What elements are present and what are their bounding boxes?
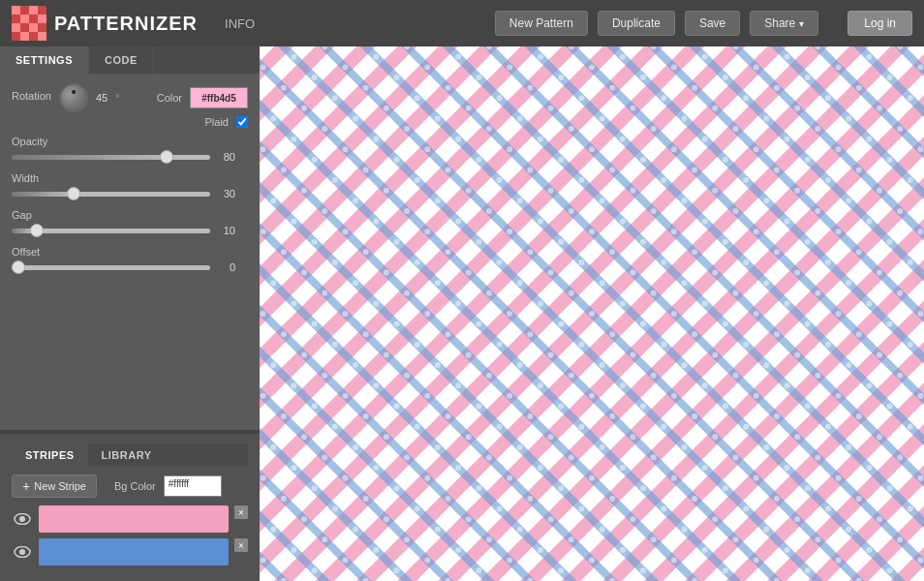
stripe-bar-2[interactable] xyxy=(39,538,229,566)
tab-library[interactable]: LIBRARY xyxy=(88,443,166,467)
sidebar: SETTINGS CODE Rotation 45 ° Color #ffb4d… xyxy=(0,46,260,581)
logo-area: PATTERNIZER xyxy=(12,6,198,41)
pattern-canvas xyxy=(260,46,924,581)
rotation-value: 45 xyxy=(96,92,108,104)
opacity-value: 80 xyxy=(216,151,235,163)
stripe-close-2[interactable]: × xyxy=(234,538,248,552)
plus-icon: + xyxy=(22,479,30,493)
bg-color-value: #ffffff xyxy=(165,478,189,489)
new-pattern-button[interactable]: New Pattern xyxy=(495,11,588,36)
stripes-top-row: + New Stripe Bg Color #ffffff xyxy=(12,474,248,498)
stripe-close-1[interactable]: × xyxy=(234,505,248,519)
color-box[interactable]: #ffb4d5 xyxy=(190,87,248,108)
share-button[interactable]: Share ▾ xyxy=(750,11,818,36)
opacity-slider[interactable] xyxy=(12,155,210,160)
tab-settings[interactable]: SETTINGS xyxy=(0,46,89,74)
stripe-bar-1[interactable] xyxy=(39,505,229,533)
add-stripe-label: New Stripe xyxy=(34,480,86,492)
logo-icon xyxy=(12,6,46,41)
width-row: Width 30 xyxy=(12,172,248,199)
login-button[interactable]: Log in xyxy=(847,11,912,36)
opacity-slider-wrap: 80 xyxy=(12,151,248,163)
stripes-tab-bar: STRIPES LIBRARY xyxy=(12,443,248,467)
width-value: 30 xyxy=(216,188,235,199)
save-button[interactable]: Save xyxy=(685,11,740,36)
gap-row: Gap 10 xyxy=(12,209,248,236)
offset-slider[interactable] xyxy=(12,265,210,270)
add-stripe-button[interactable]: + New Stripe xyxy=(12,474,97,498)
settings-panel: Rotation 45 ° Color #ffb4d5 Plaid xyxy=(0,74,260,430)
rotation-knob[interactable] xyxy=(59,83,88,112)
offset-value: 0 xyxy=(216,261,235,273)
tab-stripes[interactable]: STRIPES xyxy=(12,443,88,467)
rotation-color-row: Rotation 45 ° Color #ffb4d5 xyxy=(12,83,248,112)
stripe-item-2: × xyxy=(12,538,248,566)
color-swatch[interactable]: #ffb4d5 xyxy=(190,87,248,108)
chevron-down-icon: ▾ xyxy=(799,18,804,29)
gap-value: 10 xyxy=(216,225,235,236)
knob-indicator xyxy=(72,90,76,94)
color-label: Color xyxy=(157,92,182,104)
bg-color-label: Bg Color xyxy=(114,480,156,492)
svg-rect-5 xyxy=(29,6,38,15)
info-link[interactable]: INFO xyxy=(217,13,262,35)
width-slider[interactable] xyxy=(12,192,210,197)
offset-row: Offset 0 xyxy=(12,246,248,273)
duplicate-button[interactable]: Duplicate xyxy=(598,11,675,36)
svg-point-12 xyxy=(19,549,25,555)
settings-tab-bar: SETTINGS CODE xyxy=(0,46,260,74)
width-slider-wrap: 30 xyxy=(12,188,248,199)
offset-slider-wrap: 0 xyxy=(12,261,248,273)
svg-rect-8 xyxy=(20,32,29,41)
gap-slider[interactable] xyxy=(12,229,210,233)
color-value: #ffb4d5 xyxy=(201,93,236,104)
plaid-checkbox[interactable] xyxy=(236,116,248,128)
svg-rect-1 xyxy=(12,6,20,15)
main-layout: SETTINGS CODE Rotation 45 ° Color #ffb4d… xyxy=(0,46,924,581)
width-label: Width xyxy=(12,172,248,184)
svg-rect-3 xyxy=(29,23,38,32)
rotation-label: Rotation xyxy=(12,90,51,102)
gap-label: Gap xyxy=(12,209,248,221)
opacity-label: Opacity xyxy=(12,136,248,147)
svg-rect-2 xyxy=(20,15,29,23)
top-bar: PATTERNIZER INFO New Pattern Duplicate S… xyxy=(0,0,924,46)
opacity-row: Opacity 80 xyxy=(12,136,248,163)
eye-icon-1 xyxy=(14,513,31,525)
plaid-label: Plaid xyxy=(205,116,229,128)
svg-rect-7 xyxy=(38,15,46,23)
offset-label: Offset xyxy=(12,246,248,258)
svg-rect-4 xyxy=(38,32,46,41)
stripe-eye-2[interactable] xyxy=(12,541,33,563)
stripe-eye-1[interactable] xyxy=(12,508,33,530)
svg-rect-6 xyxy=(12,23,20,32)
svg-point-10 xyxy=(19,516,25,522)
stripe-item-1: × xyxy=(12,505,248,533)
gap-slider-wrap: 10 xyxy=(12,225,248,236)
stripes-section: STRIPES LIBRARY + New Stripe Bg Color #f… xyxy=(0,432,260,581)
canvas-area xyxy=(260,46,924,581)
plaid-row: Plaid xyxy=(12,116,248,128)
app-title: PATTERNIZER xyxy=(54,13,198,35)
bg-color-swatch[interactable]: #ffffff xyxy=(164,475,222,497)
tab-code[interactable]: CODE xyxy=(89,46,154,74)
degree-symbol: ° xyxy=(115,92,119,104)
eye-icon-2 xyxy=(14,546,31,558)
